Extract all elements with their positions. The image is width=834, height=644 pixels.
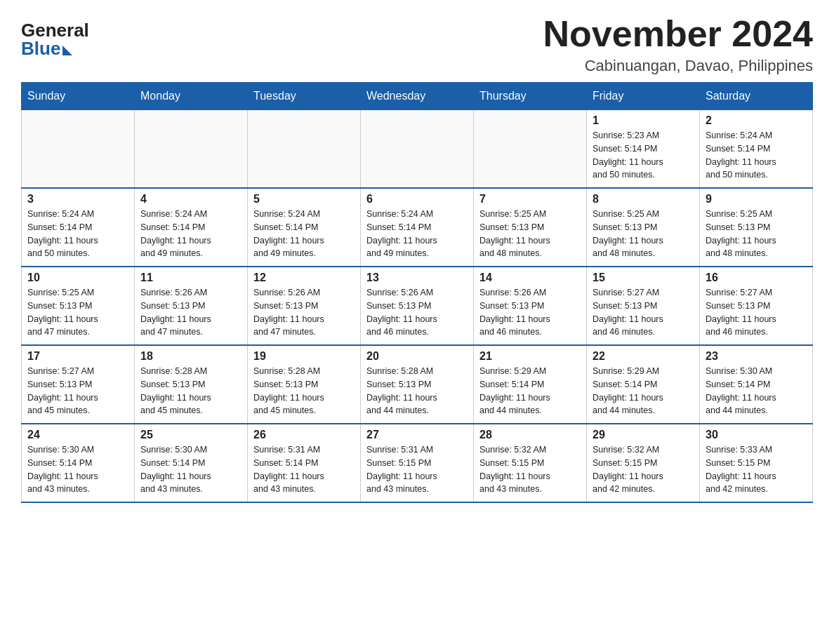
calendar-header-monday: Monday [135,83,248,110]
calendar-cell: 4Sunrise: 5:24 AMSunset: 5:14 PMDaylight… [135,188,248,267]
calendar-cell [22,110,135,189]
calendar-cell: 14Sunrise: 5:26 AMSunset: 5:13 PMDayligh… [474,267,587,345]
main-title: November 2024 [543,14,813,54]
calendar-cell: 27Sunrise: 5:31 AMSunset: 5:15 PMDayligh… [361,424,474,502]
day-number: 21 [479,350,581,363]
title-area: November 2024 Cabinuangan, Davao, Philip… [543,14,813,75]
day-number: 13 [366,271,468,284]
calendar-cell: 3Sunrise: 5:24 AMSunset: 5:14 PMDaylight… [22,188,135,267]
day-number: 3 [27,193,128,206]
day-info: Sunrise: 5:23 AMSunset: 5:14 PMDaylight:… [593,129,694,182]
calendar-cell: 5Sunrise: 5:24 AMSunset: 5:14 PMDaylight… [248,188,361,267]
day-info: Sunrise: 5:26 AMSunset: 5:13 PMDaylight:… [366,286,468,339]
day-info: Sunrise: 5:26 AMSunset: 5:13 PMDaylight:… [479,286,581,339]
day-info: Sunrise: 5:32 AMSunset: 5:15 PMDaylight:… [593,443,694,496]
day-info: Sunrise: 5:24 AMSunset: 5:14 PMDaylight:… [140,208,241,260]
day-info: Sunrise: 5:30 AMSunset: 5:14 PMDaylight:… [27,443,128,496]
day-number: 11 [140,271,241,284]
day-number: 24 [27,429,128,441]
day-info: Sunrise: 5:25 AMSunset: 5:13 PMDaylight:… [479,208,581,260]
calendar-cell: 25Sunrise: 5:30 AMSunset: 5:14 PMDayligh… [135,424,248,502]
day-number: 22 [593,350,694,363]
calendar-cell [135,110,248,189]
calendar-cell: 13Sunrise: 5:26 AMSunset: 5:13 PMDayligh… [361,267,474,345]
day-number: 18 [140,350,241,363]
day-info: Sunrise: 5:29 AMSunset: 5:14 PMDaylight:… [593,365,694,417]
day-info: Sunrise: 5:25 AMSunset: 5:13 PMDaylight:… [593,208,694,260]
calendar-cell: 10Sunrise: 5:25 AMSunset: 5:13 PMDayligh… [22,267,135,345]
day-number: 17 [27,350,128,363]
day-number: 25 [140,429,241,441]
calendar-header-sunday: Sunday [22,83,135,110]
calendar-cell: 17Sunrise: 5:27 AMSunset: 5:13 PMDayligh… [22,345,135,424]
day-info: Sunrise: 5:29 AMSunset: 5:14 PMDaylight:… [479,365,581,417]
calendar-header-saturday: Saturday [700,83,813,110]
calendar-week-4: 17Sunrise: 5:27 AMSunset: 5:13 PMDayligh… [22,345,813,424]
page-header: General Blue November 2024 Cabinuangan, … [21,14,813,75]
day-info: Sunrise: 5:27 AMSunset: 5:13 PMDaylight:… [593,286,694,339]
day-number: 28 [479,429,581,441]
day-number: 9 [706,193,807,206]
day-info: Sunrise: 5:27 AMSunset: 5:13 PMDaylight:… [706,286,807,339]
calendar-body: 1Sunrise: 5:23 AMSunset: 5:14 PMDaylight… [22,110,813,503]
day-number: 5 [253,193,355,206]
calendar-header-friday: Friday [587,83,700,110]
day-info: Sunrise: 5:24 AMSunset: 5:14 PMDaylight:… [27,208,128,260]
calendar-header: SundayMondayTuesdayWednesdayThursdayFrid… [22,83,813,110]
day-number: 1 [593,114,694,127]
day-number: 19 [253,350,355,363]
day-info: Sunrise: 5:31 AMSunset: 5:14 PMDaylight:… [253,443,355,496]
calendar-cell: 9Sunrise: 5:25 AMSunset: 5:13 PMDaylight… [700,188,813,267]
calendar-cell [361,110,474,189]
day-number: 14 [479,271,581,284]
calendar-week-2: 3Sunrise: 5:24 AMSunset: 5:14 PMDaylight… [22,188,813,267]
day-info: Sunrise: 5:30 AMSunset: 5:14 PMDaylight:… [706,365,807,417]
day-info: Sunrise: 5:28 AMSunset: 5:13 PMDaylight:… [253,365,355,417]
calendar-cell: 8Sunrise: 5:25 AMSunset: 5:13 PMDaylight… [587,188,700,267]
calendar-cell: 18Sunrise: 5:28 AMSunset: 5:13 PMDayligh… [135,345,248,424]
logo: General Blue [21,21,89,58]
calendar-cell: 21Sunrise: 5:29 AMSunset: 5:14 PMDayligh… [474,345,587,424]
calendar-cell: 6Sunrise: 5:24 AMSunset: 5:14 PMDaylight… [361,188,474,267]
day-number: 2 [706,114,807,127]
calendar-cell: 12Sunrise: 5:26 AMSunset: 5:13 PMDayligh… [248,267,361,345]
calendar-week-3: 10Sunrise: 5:25 AMSunset: 5:13 PMDayligh… [22,267,813,345]
calendar-cell: 29Sunrise: 5:32 AMSunset: 5:15 PMDayligh… [587,424,700,502]
calendar-header-thursday: Thursday [474,83,587,110]
day-number: 16 [706,271,807,284]
day-info: Sunrise: 5:27 AMSunset: 5:13 PMDaylight:… [27,365,128,417]
day-number: 20 [366,350,468,363]
calendar-cell: 11Sunrise: 5:26 AMSunset: 5:13 PMDayligh… [135,267,248,345]
day-number: 23 [706,350,807,363]
calendar-cell [248,110,361,189]
day-info: Sunrise: 5:28 AMSunset: 5:13 PMDaylight:… [366,365,468,417]
day-info: Sunrise: 5:26 AMSunset: 5:13 PMDaylight:… [140,286,241,339]
day-info: Sunrise: 5:24 AMSunset: 5:14 PMDaylight:… [366,208,468,260]
day-number: 29 [593,429,694,441]
header-row: SundayMondayTuesdayWednesdayThursdayFrid… [22,83,813,110]
calendar-cell: 28Sunrise: 5:32 AMSunset: 5:15 PMDayligh… [474,424,587,502]
day-info: Sunrise: 5:24 AMSunset: 5:14 PMDaylight:… [253,208,355,260]
calendar-cell: 16Sunrise: 5:27 AMSunset: 5:13 PMDayligh… [700,267,813,345]
day-info: Sunrise: 5:31 AMSunset: 5:15 PMDaylight:… [366,443,468,496]
logo-triangle-icon [62,46,72,55]
logo-general-text: General [21,21,89,39]
calendar-cell: 15Sunrise: 5:27 AMSunset: 5:13 PMDayligh… [587,267,700,345]
day-number: 10 [27,271,128,284]
day-info: Sunrise: 5:26 AMSunset: 5:13 PMDaylight:… [253,286,355,339]
day-number: 8 [593,193,694,206]
logo-blue-text: Blue [21,39,60,58]
day-info: Sunrise: 5:25 AMSunset: 5:13 PMDaylight:… [27,286,128,339]
calendar-header-tuesday: Tuesday [248,83,361,110]
day-number: 12 [253,271,355,284]
calendar-cell: 2Sunrise: 5:24 AMSunset: 5:14 PMDaylight… [700,110,813,189]
calendar-cell: 30Sunrise: 5:33 AMSunset: 5:15 PMDayligh… [700,424,813,502]
day-number: 15 [593,271,694,284]
day-info: Sunrise: 5:25 AMSunset: 5:13 PMDaylight:… [706,208,807,260]
day-number: 7 [479,193,581,206]
calendar-cell: 1Sunrise: 5:23 AMSunset: 5:14 PMDaylight… [587,110,700,189]
calendar-cell: 24Sunrise: 5:30 AMSunset: 5:14 PMDayligh… [22,424,135,502]
day-info: Sunrise: 5:30 AMSunset: 5:14 PMDaylight:… [140,443,241,496]
calendar-cell: 23Sunrise: 5:30 AMSunset: 5:14 PMDayligh… [700,345,813,424]
day-number: 6 [366,193,468,206]
